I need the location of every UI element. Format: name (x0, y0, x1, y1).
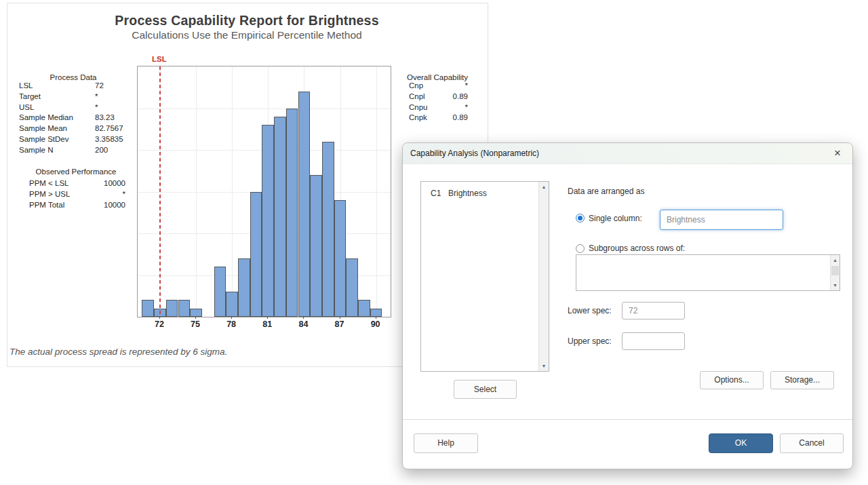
histogram-bar (262, 125, 274, 317)
stat-label: PPM Total (29, 200, 64, 211)
options-button[interactable]: Options... (700, 371, 764, 389)
x-tick (195, 316, 196, 319)
stat-label: Sample StDev (19, 134, 95, 145)
subgroups-scrollbar[interactable]: ▲ ▼ (830, 255, 840, 290)
stat-label: Target (19, 92, 95, 102)
single-column-label: Single column: (589, 214, 642, 223)
stat-value: * (123, 189, 125, 200)
histogram-plot (137, 66, 391, 317)
stat-row: Cnpu* (409, 102, 468, 113)
histogram-bar (322, 142, 334, 317)
stat-label: Sample Median (19, 113, 95, 123)
close-icon[interactable]: × (829, 145, 846, 161)
stat-label: LSL (19, 81, 95, 92)
screen: Process Capability Report for Brightness… (0, 0, 868, 485)
x-tick-label: 81 (262, 319, 272, 329)
stat-value: 0.89 (453, 113, 468, 123)
stat-label: Cnpl (409, 92, 425, 102)
select-button[interactable]: Select (454, 380, 517, 399)
stat-value: * (465, 102, 468, 113)
ok-button[interactable]: OK (709, 433, 773, 453)
stat-value: 0.89 (453, 92, 468, 102)
stat-value: 10000 (104, 178, 125, 189)
x-tick (340, 316, 340, 319)
histogram-bar (178, 300, 191, 317)
upper-spec-input[interactable] (622, 332, 685, 350)
stat-label: Sample Mean (19, 123, 95, 134)
histogram-bar (142, 300, 154, 317)
listbox-scrollbar[interactable]: ▲ ▼ (538, 182, 549, 371)
subgroups-label: Subgroups across rows of: (589, 244, 685, 253)
cancel-button[interactable]: Cancel (780, 433, 844, 453)
scroll-down-icon[interactable]: ▼ (539, 361, 549, 371)
x-tick-label: 90 (371, 319, 380, 329)
histogram-bar (286, 109, 298, 317)
stat-value: * (465, 81, 468, 92)
observed-performance-table: PPM < LSL10000PPM > USL*PPM Total10000 (29, 178, 125, 210)
footer-divider (403, 419, 852, 420)
stat-label: PPM < LSL (29, 178, 69, 189)
lsl-label: LSL (152, 55, 167, 63)
histogram-bar (358, 300, 370, 317)
dialog-title: Capability Analysis (Nonparametric) (410, 149, 539, 158)
subgroups-radio[interactable] (576, 244, 585, 253)
arranged-as-label: Data are arranged as (568, 187, 644, 196)
histogram-bar (166, 300, 178, 317)
stat-value: * (95, 102, 98, 113)
x-tick-label: 87 (335, 319, 344, 329)
stat-value: 3.35835 (95, 134, 123, 145)
stat-value: * (95, 92, 98, 102)
stat-row: Sample N200 (19, 145, 127, 156)
lower-spec-label: Lower spec: (568, 306, 612, 315)
histogram-bar (238, 258, 250, 317)
stat-row: PPM > USL* (29, 189, 125, 200)
observed-performance-header: Observed Performance (19, 168, 133, 176)
stat-label: USL (19, 102, 95, 113)
subgroups-input[interactable]: ▲ ▼ (576, 254, 840, 291)
stat-value: 83.23 (95, 113, 115, 123)
single-column-radio[interactable] (576, 214, 585, 222)
stat-row: LSL72 (19, 81, 127, 92)
radio-dot (578, 216, 583, 220)
stat-row: Sample Mean82.7567 (19, 123, 127, 134)
report-subtitle: Calculations Use the Empirical Percentil… (7, 29, 487, 41)
stat-row: Target* (19, 92, 127, 102)
scroll-up-icon[interactable]: ▲ (539, 182, 549, 192)
stat-label: PPM > USL (29, 189, 70, 200)
x-tick (159, 316, 160, 319)
scrollbar-thumb[interactable] (831, 266, 839, 275)
scroll-down-icon[interactable]: ▼ (831, 280, 840, 290)
histogram-bar (310, 175, 322, 317)
storage-button[interactable]: Storage... (770, 371, 834, 389)
stat-label: Sample N (19, 145, 95, 156)
stat-row: Cnpl0.89 (409, 92, 468, 102)
histogram-bar (214, 267, 226, 317)
overall-capability-table: Cnp*Cnpl0.89Cnpu*Cnpk0.89 (409, 81, 468, 123)
x-tick-label: 78 (226, 319, 236, 329)
histogram-bar (334, 200, 347, 317)
x-tick-label: 75 (191, 319, 200, 329)
stat-row: Cnp* (409, 81, 468, 92)
stat-value: 200 (95, 145, 108, 156)
histogram-bar (190, 309, 202, 317)
single-column-input[interactable] (660, 210, 783, 230)
stat-value: 10000 (104, 200, 125, 211)
help-button[interactable]: Help (414, 433, 478, 453)
list-item-c1-brightness[interactable]: C1 Brightness (421, 187, 536, 199)
lsl-line (159, 66, 161, 317)
x-tick (267, 316, 268, 319)
x-tick (231, 316, 232, 319)
x-tick (303, 316, 304, 319)
stat-row: PPM < LSL10000 (29, 178, 125, 189)
column-listbox[interactable]: C1 Brightness ▲ ▼ (420, 181, 549, 372)
lower-spec-input[interactable] (622, 302, 685, 319)
report-footnote: The actual process spread is represented… (9, 347, 227, 357)
histogram-bar (226, 292, 238, 317)
capability-analysis-dialog: Capability Analysis (Nonparametric) × C1… (402, 142, 853, 469)
x-tick (376, 316, 376, 319)
histogram-bar (346, 258, 358, 317)
stat-label: Cnp (409, 81, 423, 92)
upper-spec-label: Upper spec: (568, 336, 612, 346)
scroll-up-icon[interactable]: ▲ (831, 255, 840, 265)
process-data-table: LSL72Target*USL*Sample Median83.23Sample… (19, 81, 127, 156)
